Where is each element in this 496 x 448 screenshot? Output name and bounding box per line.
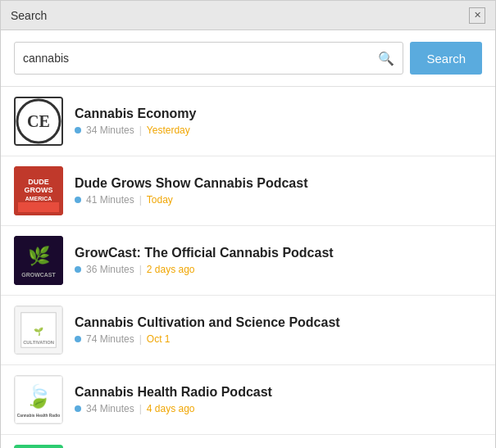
list-item[interactable]: 🍃 Cannabis Health Radio Cannabis Health … bbox=[1, 365, 495, 435]
svg-text:CE: CE bbox=[27, 112, 50, 130]
podcast-meta: 34 Minutes | Yesterday bbox=[75, 124, 196, 136]
podcast-date: Yesterday bbox=[147, 124, 190, 136]
window-title: Search bbox=[11, 9, 47, 22]
podcast-title: GrowCast: The Official Cannabis Podcast bbox=[75, 246, 334, 260]
podcast-info: GrowCast: The Official Cannabis Podcast … bbox=[75, 246, 334, 275]
podcast-info: Cannabis Economy 34 Minutes | Yesterday bbox=[75, 106, 196, 136]
podcast-title: Cannabis Health Radio Podcast bbox=[75, 385, 272, 400]
podcast-duration: 36 Minutes bbox=[86, 264, 134, 275]
close-button[interactable]: ✕ bbox=[469, 7, 485, 24]
status-dot bbox=[75, 336, 81, 342]
results-list: CE Cannabis Economy 34 Minutes | Yesterd… bbox=[1, 87, 495, 448]
svg-text:Cannabis Health Radio: Cannabis Health Radio bbox=[17, 414, 61, 418]
svg-text:GROWS: GROWS bbox=[25, 186, 53, 194]
search-window: Search ✕ 🔍 Search CE Cannabis Economy bbox=[0, 0, 496, 448]
podcast-meta: 74 Minutes | Oct 1 bbox=[75, 333, 340, 345]
meta-divider: | bbox=[139, 333, 142, 345]
podcast-thumbnail: DUDE GROWS AMERICA bbox=[14, 166, 63, 215]
meta-divider: | bbox=[139, 264, 142, 275]
podcast-meta: 41 Minutes | Today bbox=[75, 194, 308, 206]
svg-text:🌱: 🌱 bbox=[34, 327, 44, 337]
list-item[interactable]: 💹 Cannabis Investing The Cannabis Invest… bbox=[1, 435, 495, 448]
svg-rect-7 bbox=[18, 202, 59, 212]
podcast-duration: 34 Minutes bbox=[86, 403, 134, 414]
podcast-info: Cannabis Cultivation and Science Podcast… bbox=[75, 315, 340, 345]
podcast-date: Oct 1 bbox=[147, 333, 171, 345]
meta-divider: | bbox=[139, 124, 142, 136]
podcast-date: 4 days ago bbox=[147, 403, 195, 414]
svg-text:DUDE: DUDE bbox=[28, 178, 49, 186]
podcast-duration: 41 Minutes bbox=[86, 194, 134, 206]
podcast-thumbnail: 🌿 GROWCAST bbox=[14, 236, 63, 285]
list-item[interactable]: DUDE GROWS AMERICA Dude Grows Show Canna… bbox=[1, 156, 495, 226]
podcast-thumbnail: 🍃 Cannabis Health Radio bbox=[14, 375, 63, 424]
podcast-thumbnail: 🌱 CULTIVATION bbox=[14, 305, 63, 355]
podcast-title: Cannabis Cultivation and Science Podcast bbox=[75, 315, 340, 330]
list-item[interactable]: CE Cannabis Economy 34 Minutes | Yesterd… bbox=[1, 87, 495, 156]
podcast-meta: 36 Minutes | 2 days ago bbox=[75, 264, 334, 275]
meta-divider: | bbox=[139, 194, 142, 206]
podcast-duration: 74 Minutes bbox=[86, 333, 134, 345]
status-dot bbox=[75, 197, 81, 203]
podcast-info: Cannabis Health Radio Podcast 34 Minutes… bbox=[75, 385, 272, 414]
list-item[interactable]: 🌿 GROWCAST GrowCast: The Official Cannab… bbox=[1, 226, 495, 296]
podcast-meta: 34 Minutes | 4 days ago bbox=[75, 403, 272, 414]
podcast-info: Dude Grows Show Cannabis Podcast 41 Minu… bbox=[75, 176, 308, 206]
meta-divider: | bbox=[139, 403, 142, 414]
svg-rect-18 bbox=[14, 445, 63, 448]
podcast-thumbnail: CE bbox=[14, 97, 63, 146]
search-input-wrapper: 🔍 bbox=[14, 42, 403, 75]
search-input[interactable] bbox=[23, 52, 378, 65]
title-bar: Search ✕ bbox=[1, 1, 495, 30]
status-dot bbox=[75, 127, 81, 133]
search-button[interactable]: Search bbox=[410, 42, 482, 75]
status-dot bbox=[75, 266, 81, 273]
search-bar: 🔍 Search bbox=[1, 30, 495, 87]
podcast-date: Today bbox=[147, 194, 173, 206]
podcast-title: Dude Grows Show Cannabis Podcast bbox=[75, 176, 308, 191]
svg-text:AMERICA: AMERICA bbox=[25, 196, 52, 201]
svg-text:🌿: 🌿 bbox=[28, 245, 51, 267]
podcast-thumbnail: 💹 Cannabis Investing bbox=[14, 445, 63, 448]
podcast-duration: 34 Minutes bbox=[86, 124, 134, 136]
status-dot bbox=[75, 405, 81, 412]
podcast-date: 2 days ago bbox=[147, 264, 195, 275]
podcast-title: Cannabis Economy bbox=[75, 106, 196, 121]
svg-text:GROWCAST: GROWCAST bbox=[21, 272, 56, 278]
svg-text:CULTIVATION: CULTIVATION bbox=[23, 340, 54, 345]
list-item[interactable]: 🌱 CULTIVATION Cannabis Cultivation and S… bbox=[1, 296, 495, 365]
search-icon: 🔍 bbox=[378, 51, 394, 66]
svg-text:🍃: 🍃 bbox=[25, 382, 52, 410]
